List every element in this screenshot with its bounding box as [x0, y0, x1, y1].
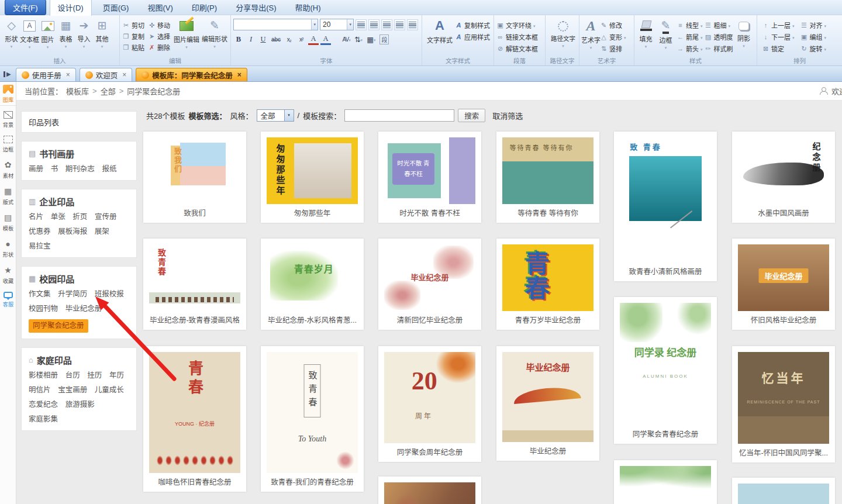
vertical-text-button[interactable]: ⇅竖排	[600, 43, 626, 54]
template-card[interactable]: 青春青春万岁毕业纪念册	[496, 239, 599, 330]
align-distribute-button[interactable]	[407, 19, 418, 30]
lock-button[interactable]: ⊠锁定	[762, 43, 795, 54]
delete-button[interactable]: ✗删除	[148, 42, 170, 53]
table-tool-button[interactable]: ▦表格▾	[57, 17, 75, 49]
sidebar-link[interactable]: 校园刊物	[29, 304, 58, 314]
bring-forward-button[interactable]: ↑上一层▾	[762, 20, 795, 30]
textbox-tool-button[interactable]: A文本框▾	[20, 17, 39, 49]
move-button[interactable]: ✜移动	[148, 20, 170, 30]
wordart-transform-button[interactable]: △变形▾	[600, 32, 626, 42]
sidebar-link[interactable]: 宣传册	[95, 212, 117, 222]
edit-shape-button[interactable]: ✎编辑形状▾	[201, 17, 229, 49]
rail-item-assets[interactable]: ✿素材	[0, 160, 16, 181]
arrow-tail-button[interactable]: ←箭尾▾	[677, 32, 703, 42]
align-justify-button[interactable]	[394, 19, 405, 30]
template-card[interactable]: 致青春毕业纪念册-致青春漫画风格	[143, 239, 246, 330]
template-thumbnail[interactable]: 青春YOUNG · 纪念册	[149, 352, 240, 473]
sidebar-link[interactable]: 易拉宝	[29, 241, 51, 251]
template-card[interactable]: 致 青春致青春小清新风格画册	[614, 132, 717, 281]
template-thumbnail[interactable]: 致我们	[149, 137, 240, 204]
text-style-button[interactable]: A文字样式	[425, 17, 455, 44]
close-icon[interactable]: ×	[66, 71, 70, 78]
template-card[interactable]: 20周年同学聚会周年纪念册	[378, 346, 481, 462]
tab-user-manual[interactable]: 使用手册×	[16, 68, 76, 81]
sidebar-link[interactable]: 折页	[73, 212, 87, 222]
cut-button[interactable]: ✂剪切	[122, 20, 144, 30]
sidebar-link[interactable]: 作文集	[29, 289, 51, 299]
line-type-button[interactable]: ≡线型▾	[677, 20, 703, 30]
align-left-button[interactable]	[356, 19, 367, 30]
close-icon[interactable]: ×	[237, 71, 241, 78]
menu-help[interactable]: 帮助(H)	[287, 0, 328, 15]
copy-button[interactable]: ❐复制	[122, 31, 144, 42]
shape-tool-button[interactable]: ◇形状▾	[2, 17, 20, 49]
sidebar-link[interactable]: 书	[51, 164, 58, 174]
line-spacing-button[interactable]: ⇅▾	[353, 34, 364, 45]
sidebar-link-classmate-reunion-active[interactable]: 同学聚会纪念册	[29, 319, 88, 333]
template-thumbnail[interactable]: 毕业纪念册	[502, 352, 593, 442]
menu-share-export[interactable]: 分享导出(S)	[228, 0, 284, 15]
template-card[interactable]: 同学 纪念册	[614, 460, 717, 504]
template-card[interactable]: 致青春To Youth致青春-我们的青春纪念册	[261, 346, 364, 492]
template-thumbnail[interactable]: 时光不散 青春不枉	[384, 137, 475, 204]
template-card[interactable]: 时光不散 青春不枉时光不散 青春不枉	[378, 132, 481, 223]
border-button[interactable]: ✎边框▾	[657, 17, 675, 50]
strikethrough-button[interactable]: abc	[270, 34, 282, 45]
template-card[interactable]	[378, 477, 481, 504]
send-backward-button[interactable]: ↓下一层▾	[762, 32, 795, 42]
template-thumbnail[interactable]: 匆匆那些年	[267, 137, 358, 204]
paragraph-settings-button[interactable]: 段	[378, 34, 390, 45]
sidebar-link[interactable]: 挂历	[87, 371, 102, 381]
tab-welcome[interactable]: 欢迎页×	[80, 68, 133, 81]
breadcrumb-template-library[interactable]: 模板库	[66, 85, 89, 96]
italic-button[interactable]: I	[246, 34, 256, 45]
template-card[interactable]: 等待青春 等待有你等待青春 等待有你	[496, 132, 599, 223]
template-card[interactable]: 毕业纪念册毕业纪念册	[496, 346, 599, 461]
rail-item-templates[interactable]: ▤模板	[0, 213, 16, 234]
rail-item-gallery[interactable]: 图库	[0, 85, 16, 106]
other-tool-button[interactable]: ⊞其他▾	[93, 17, 111, 49]
template-card[interactable]: 毕业纪念册清新回忆毕业纪念册	[378, 239, 481, 330]
template-thumbnail[interactable]: 忆当年REMINISCENCE OF THE PAST	[738, 352, 829, 444]
font-family-select[interactable]: ▾	[233, 19, 318, 30]
template-card[interactable]: 匆匆那些年匆匆那些年	[261, 132, 364, 223]
cancel-filter-button[interactable]: 取消筛选	[492, 110, 523, 121]
wordart-button[interactable]: A艺术字▾	[582, 17, 600, 50]
columns-button[interactable]: ▦▾	[365, 34, 377, 45]
template-thumbnail[interactable]: 致青春	[149, 244, 240, 311]
shadow-button[interactable]: 阴影▾	[735, 17, 753, 48]
sidebar-link[interactable]: 影楼相册	[29, 371, 58, 381]
menu-page[interactable]: 页面(G)	[95, 0, 137, 15]
sidebar-link[interactable]: 年历	[109, 371, 124, 381]
template-card[interactable]: 纪念册GRADUATION	[732, 478, 835, 504]
sidebar-link[interactable]: 展架	[95, 227, 109, 237]
style-brush-button[interactable]: ✏样式刷	[705, 43, 733, 54]
sidebar-link[interactable]: 优惠券	[29, 227, 51, 237]
sidebar-link[interactable]: 名片	[29, 212, 43, 222]
template-thumbnail[interactable]: 致 青春	[620, 137, 711, 263]
template-thumbnail[interactable]: 等待青春 等待有你	[502, 137, 593, 204]
rail-item-background[interactable]: 背景	[0, 111, 16, 130]
template-card[interactable]: 青春YOUNG · 纪念册咖啡色怀旧青春纪念册	[143, 346, 246, 492]
template-thumbnail[interactable]: 同学 纪念册	[620, 466, 711, 504]
template-thumbnail[interactable]: 致青春To Youth	[267, 352, 358, 473]
fill-button[interactable]: 填充▾	[637, 17, 655, 49]
paste-button[interactable]: ❒粘贴	[122, 42, 144, 53]
template-thumbnail[interactable]	[384, 482, 475, 504]
sidebar-link[interactable]: 家庭影集	[29, 415, 58, 424]
subscript-button[interactable]: x₂	[284, 34, 294, 45]
underline-button[interactable]: U	[258, 34, 268, 45]
sidebar-link[interactable]: 毕业纪念册	[65, 304, 102, 314]
template-thumbnail[interactable]: 毕业纪念册	[738, 244, 829, 311]
opacity-button[interactable]: ▨透明度	[705, 32, 733, 42]
font-color-button[interactable]: A	[308, 34, 319, 45]
tab-template-library[interactable]: 模板库：同学聚会纪念册×	[136, 68, 247, 81]
align-objects-button[interactable]: ☰对齐▾	[800, 20, 827, 30]
breadcrumb-all[interactable]: 全部	[101, 85, 116, 96]
image-edit-button[interactable]: 图片编辑▾	[172, 17, 201, 49]
template-thumbnail[interactable]: 毕业纪念册	[384, 244, 475, 311]
template-thumbnail[interactable]: 纪念册GRADUATION	[738, 484, 829, 504]
template-card[interactable]: 青春岁月毕业纪念册-水彩风格青葱...	[261, 239, 364, 330]
copy-style-button[interactable]: A复制样式	[455, 20, 490, 30]
sidebar-link[interactable]: 恋爱纪念	[29, 400, 58, 410]
